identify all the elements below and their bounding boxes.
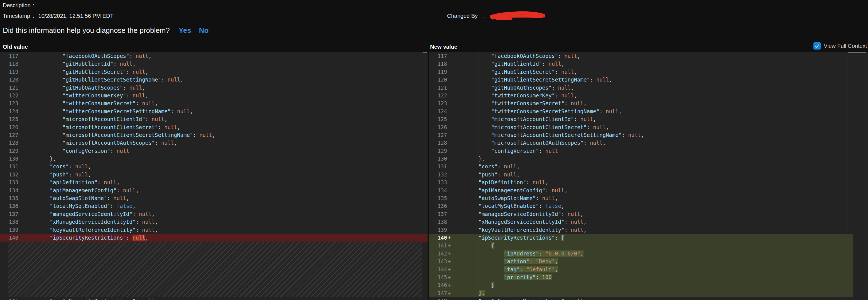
line-number: 127 (429, 131, 447, 139)
line-number: 146 (429, 281, 447, 289)
diff-marker (447, 210, 453, 218)
diff-marker: - (19, 234, 24, 241)
diff-marker (447, 107, 453, 115)
timestamp-colon: : (33, 13, 34, 19)
line-number: 137 (0, 210, 19, 218)
line-number: 119 (429, 68, 447, 76)
line-number: 134 (429, 187, 447, 194)
diff-marker: + (447, 234, 453, 241)
code-line: 140+ "ipSecurityRestrictions": [ (429, 234, 853, 241)
code-line: 139 "keyVaultReferenceIdentity": null, (429, 226, 868, 234)
diff-marker (19, 68, 24, 76)
diff-marker (447, 147, 453, 155)
diff-marker (19, 84, 24, 92)
line-number: 122 (0, 92, 19, 99)
code-line: 127 "microsoftAccountClientSecretSetting… (0, 131, 428, 139)
code-line: 138 "xManagedServiceIdentityId": null, (429, 218, 868, 226)
line-number: 123 (429, 99, 447, 107)
code-line: 133 "apiDefinition": null, (429, 178, 868, 186)
line-number: 142 (429, 249, 447, 258)
code-line: 132 "push": null, (0, 171, 428, 178)
diff-marker (447, 99, 453, 107)
feedback-no-link[interactable]: No (199, 26, 209, 34)
changed-by-label: Changed By (447, 13, 478, 19)
code-line: 141+ { (429, 241, 853, 249)
diff-marker (19, 60, 24, 68)
feedback-question: Did this information help you diagnose t… (3, 26, 170, 34)
line-number: 148 (429, 297, 447, 300)
code-line: 122 "twitterConsumerKey": null, (0, 92, 428, 99)
code-line: 126 "microsoftAccountClientSecret": null… (0, 123, 428, 131)
code-line: 146+ } (429, 281, 853, 289)
view-full-context-control[interactable]: View Full Context (813, 42, 867, 49)
diff-marker (19, 178, 24, 186)
diff-marker (447, 155, 453, 163)
description-row: Description: (3, 2, 38, 9)
code-line: 141 "scmIpSecurityRestrictions": null, (0, 297, 428, 300)
line-number: 141 (0, 297, 19, 300)
diff-marker (447, 131, 453, 139)
line-number: 120 (429, 76, 447, 84)
diff-marker (447, 139, 453, 147)
code-line: 119 "gitHubClientSecret": null, (429, 68, 868, 76)
diff-marker: + (447, 249, 453, 258)
code-line: 132 "push": null, (429, 171, 868, 178)
diff-marker: + (447, 258, 453, 265)
new-value-pane[interactable]: 117 "facebookOAuthScopes": null,118 "git… (429, 52, 868, 300)
diff-marker (19, 92, 24, 99)
code-line: 143+ "action": "Deny", (429, 258, 853, 265)
code-line: 124 "twitterConsumerSecretSettingName": … (0, 107, 428, 115)
line-number: 140 (0, 234, 19, 241)
line-number: 131 (0, 163, 19, 170)
diff-marker (19, 202, 24, 210)
diff-marker (447, 297, 453, 300)
diff-marker (447, 68, 453, 76)
line-number: 124 (0, 107, 19, 115)
diff-marker (447, 52, 453, 60)
code-line: 130 }, (0, 155, 428, 163)
diff-marker (447, 194, 453, 202)
code-line: 120 "gitHubClientSecretSettingName": nul… (429, 76, 868, 84)
diff-marker: + (447, 281, 453, 289)
code-line: 139 "keyVaultReferenceIdentity": null, (0, 226, 428, 234)
code-line: 134 "apiManagementConfig": null, (0, 187, 428, 194)
code-line: 133 "apiDefinition": null, (0, 178, 428, 186)
line-number: 143 (429, 258, 447, 265)
line-number: 139 (0, 226, 19, 234)
code-line: 117 "facebookOAuthScopes": null, (429, 52, 868, 60)
feedback-question-row: Did this information help you diagnose t… (3, 26, 209, 35)
code-line: 147+ ], (429, 289, 853, 297)
diff-marker (19, 147, 24, 155)
old-value-pane[interactable]: 117 "facebookOAuthScopes": null,118 "git… (0, 52, 428, 300)
diff-marker (19, 99, 24, 107)
diff-marker: + (447, 273, 453, 281)
code-line: 118 "gitHubClientId": null, (0, 60, 428, 68)
line-number: 120 (0, 76, 19, 84)
diff-marker (19, 107, 24, 115)
code-line: 137 "managedServiceIdentityId": null, (429, 210, 868, 218)
code-line: 119 "gitHubClientSecret": null, (0, 68, 428, 76)
diff-marker: + (447, 241, 453, 249)
code-line: 138 "xManagedServiceIdentityId": null, (0, 218, 428, 226)
code-line: 124 "twitterConsumerSecretSettingName": … (429, 107, 868, 115)
line-number: 132 (429, 171, 447, 178)
diff-marker (447, 60, 453, 68)
view-full-context-checkbox[interactable] (813, 42, 821, 49)
diff-marker (19, 210, 24, 218)
code-line: 117 "facebookOAuthScopes": null, (0, 52, 428, 60)
code-line: 120 "gitHubClientSecretSettingName": nul… (0, 76, 428, 84)
code-line: 148 "scmIpSecurityRestrictions": null, (429, 297, 868, 300)
diff-marker (447, 178, 453, 186)
line-number: 147 (429, 289, 447, 297)
line-number: 124 (429, 107, 447, 115)
diff-marker (19, 194, 24, 202)
feedback-yes-link[interactable]: Yes (179, 26, 191, 34)
line-number: 129 (0, 147, 19, 155)
code-line: 127 "microsoftAccountClientSecretSetting… (429, 131, 868, 139)
code-line: 122 "twitterConsumerKey": null, (429, 92, 868, 99)
diff-marker (447, 84, 453, 92)
description-label: Description (3, 2, 33, 9)
diff-marker (19, 131, 24, 139)
line-number: 121 (429, 84, 447, 92)
new-value-title: New value (430, 44, 457, 50)
